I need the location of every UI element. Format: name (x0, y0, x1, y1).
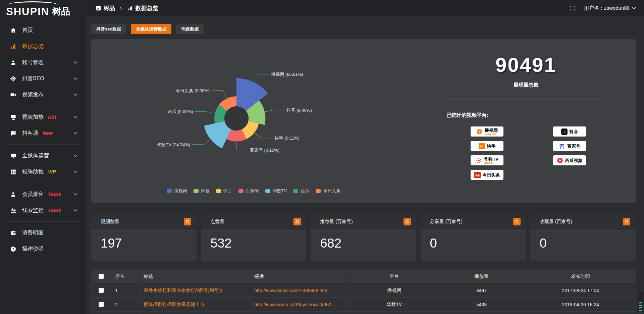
video-table: 序号 标题 链接 平台 播放量 发布时间 1 室外水纹灯和室内水纹灯的区别和简介… (91, 269, 636, 314)
stat-card-value: 532 (201, 231, 306, 251)
tab-1[interactable]: 全媒体运营数据 (131, 24, 171, 34)
sidebar-item-account-management[interactable]: 账号管理 (0, 54, 86, 70)
platform-badge-快手[interactable]: 66快手 (471, 141, 503, 151)
sidebar-item-douyin-seo[interactable]: 抖音SEO (0, 70, 86, 87)
app-logo[interactable]: SHUPIN 树品 (0, 0, 86, 20)
table-header-row: 序号 标题 链接 平台 播放量 发布时间 (92, 269, 636, 283)
stat-card-header: 点赞量 总 (201, 213, 306, 231)
rose-pie-chart[interactable]: 播视网 (65.61%)抖音 (9.40%)快手 (0.11%)百家号 (0.1… (91, 39, 416, 184)
platform-badge-抖音[interactable]: ♪抖音 (553, 126, 586, 137)
platform-badges: 播视网boosj.com66快手华数TVwasu.cn头条今日头条♪抖音百百家号… (471, 126, 636, 180)
widget-stripes-icon (639, 302, 642, 311)
sidebar-item-badge: Hot (48, 114, 56, 120)
col-platform: 平台 (351, 269, 438, 283)
total-badge[interactable]: 总 (513, 218, 521, 225)
stat-card-4: 收藏量 (百家号) 总 0 (530, 213, 636, 261)
total-badge[interactable]: 总 (404, 218, 411, 225)
user-menu[interactable]: 用户名：zswodun88 (584, 5, 635, 11)
document-icon (96, 5, 101, 11)
legend-swatch (194, 189, 199, 193)
sidebar-divider (6, 144, 79, 145)
sidebar-item-label: 视频加热 (22, 114, 44, 121)
pie-label: 百家号 (0.15%) (250, 148, 279, 153)
stat-card-label: 分享量 (百家号) (430, 219, 463, 225)
breadcrumb-root[interactable]: 树品 (104, 4, 115, 12)
sidebar-item-label: 线索监控 (22, 207, 44, 214)
empty-cell (250, 312, 351, 314)
platform-name: 百家号 (567, 144, 580, 148)
pie-label: 播视网 (65.61%) (271, 72, 303, 77)
platform-badge-华数TV[interactable]: 华数TVwasu.cn (471, 155, 503, 165)
chevron-down-icon (73, 60, 77, 63)
stat-card-value: 0 (421, 231, 526, 251)
platform-badge-column-1: ♪抖音百百家号西瓜视频 (553, 126, 586, 180)
question-icon: ? (10, 246, 16, 252)
floating-widget[interactable] (638, 291, 643, 313)
platform-badge-西瓜视频[interactable]: 西瓜视频 (553, 155, 586, 165)
grid-icon (10, 169, 16, 175)
pie-label: 西瓜 (0.00%) (168, 109, 193, 114)
tab-2[interactable]: 询盘数据 (176, 24, 204, 34)
legend-label: 快手 (223, 188, 232, 194)
tab-0[interactable]: 抖音seo数据 (91, 24, 126, 34)
pie-label: 今日头条 (0.00%) (176, 88, 210, 93)
select-all-checkbox[interactable] (99, 274, 104, 279)
bar-chart-icon (127, 5, 133, 11)
sidebar-item-video-publish[interactable]: 视频发布 (0, 87, 86, 103)
sidebar-item-clue-monitor[interactable]: 线索监控Tools (0, 202, 86, 218)
legend-item-华数TV[interactable]: 华数TV (265, 188, 287, 194)
legend-label: 抖音 (201, 188, 210, 194)
platform-badge-百家号[interactable]: 百百家号 (553, 141, 586, 151)
horizontal-divider (446, 98, 604, 99)
row-title-link[interactable]: 室外水纹灯和室内水纹灯的区别和简介 (140, 283, 250, 298)
row-checkbox[interactable] (99, 288, 104, 293)
stat-card-2: 推荐量 (百家号) 总 682 (311, 213, 416, 261)
breadcrumb-current[interactable]: 数据总览 (136, 4, 158, 12)
col-time: 发布时间 (525, 269, 636, 283)
member-icon (10, 191, 16, 198)
sidebar-item-operation-guide[interactable]: ?操作说明 (0, 241, 86, 257)
platforms-label: 已统计的视频平台: (446, 112, 636, 118)
legend-item-抖音[interactable]: 抖音 (194, 188, 210, 194)
sidebar-item-home[interactable]: 首页 (0, 22, 86, 38)
row-url-link[interactable]: http://www.wasu.cn/Play/show/id/952... (250, 298, 351, 312)
empty-cell (438, 312, 525, 314)
total-badge[interactable]: 总 (184, 218, 191, 225)
chart-legend: 播视网抖音快手百家号华数TV西瓜今日头条 (91, 188, 416, 194)
legend-item-百家号[interactable]: 百家号 (238, 188, 259, 194)
platform-badge-播视网[interactable]: 播视网boosj.com (471, 126, 503, 137)
platform-badge-今日头条[interactable]: 头条今日头条 (471, 170, 503, 180)
video-camera-icon (10, 92, 16, 98)
row-checkbox[interactable] (99, 302, 104, 307)
sidebar-item-media-operation[interactable]: 全媒体运营 (0, 148, 86, 164)
stat-card-1: 点赞量 总 532 (201, 213, 306, 261)
pie-label-line (265, 110, 284, 112)
table-row-partial (92, 312, 636, 314)
legend-item-快手[interactable]: 快手 (216, 188, 232, 194)
sidebar-item-data-overview[interactable]: 数据总览 (0, 38, 86, 54)
legend-item-今日头条[interactable]: 今日头条 (316, 188, 340, 194)
stat-card-value: 197 (91, 231, 197, 251)
row-time: 2018-04-26 16:24 (525, 298, 636, 312)
video-table-wrap: 序号 标题 链接 平台 播放量 发布时间 1 室外水纹灯和室内水纹灯的区别和简介… (91, 269, 636, 314)
sidebar-item-matrix-boost[interactable]: 矩阵助推VIP (0, 164, 86, 180)
total-badge[interactable]: 总 (623, 218, 630, 225)
row-title-link[interactable]: 楼体投影灯投影效果震撼上市 (140, 298, 250, 312)
legend-swatch (316, 189, 321, 193)
sidebar-item-label: 操作说明 (22, 246, 44, 253)
svg-text:♪: ♪ (563, 130, 565, 134)
sidebar-item-member-baoke[interactable]: 会员爆客Tools (0, 186, 86, 202)
fullscreen-icon[interactable] (569, 5, 575, 11)
logo-suffix: 树品 (52, 7, 70, 16)
sidebar-item-consumption-detail[interactable]: 消费明细 (0, 225, 86, 241)
chevron-down-icon (73, 192, 77, 195)
row-url-link[interactable]: http://www.boosj.com/7338468.html (250, 283, 351, 298)
stat-card-label: 视频数量 (101, 219, 119, 225)
legend-item-西瓜[interactable]: 西瓜 (293, 188, 309, 194)
chevron-down-icon (73, 130, 77, 134)
sidebar-item-video-heating[interactable]: 视频加热Hot (0, 109, 86, 125)
sidebar-item-douketong[interactable]: 抖客通New (0, 125, 86, 141)
total-badge[interactable]: 总 (293, 218, 301, 225)
screen-icon (10, 114, 16, 120)
legend-item-播视网[interactable]: 播视网 (167, 188, 187, 194)
